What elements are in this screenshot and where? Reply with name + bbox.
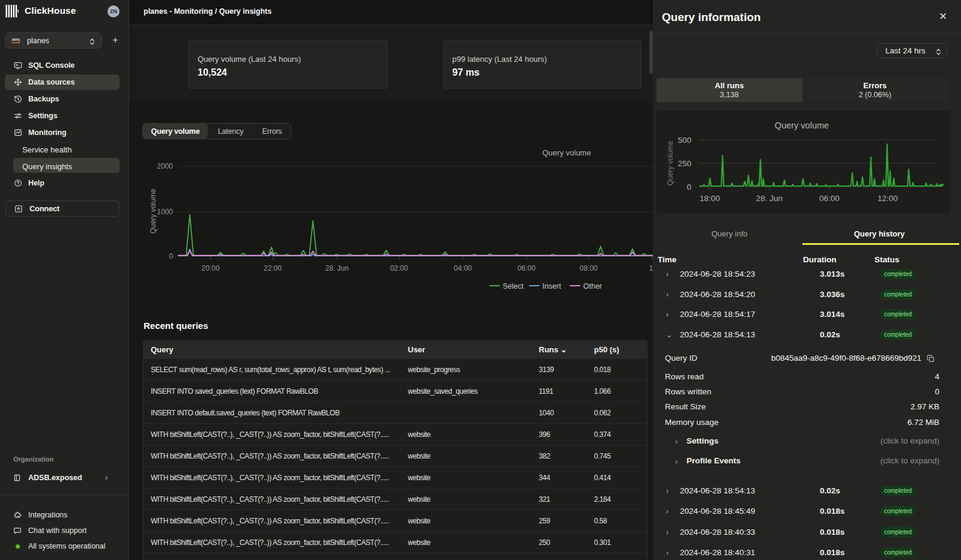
svg-text:28. Jun: 28. Jun xyxy=(756,194,783,203)
svg-text:08:00: 08:00 xyxy=(580,264,598,272)
svg-text:22:00: 22:00 xyxy=(264,264,282,272)
svg-text:Query volume: Query volume xyxy=(542,148,591,157)
svg-text:2000: 2000 xyxy=(157,162,173,170)
svg-text:0: 0 xyxy=(687,182,691,191)
svg-text:Query volume: Query volume xyxy=(666,140,675,185)
svg-text:06:00: 06:00 xyxy=(518,264,536,272)
svg-text:Insert: Insert xyxy=(542,282,562,291)
svg-text:0: 0 xyxy=(169,252,173,260)
svg-text:12:00: 12:00 xyxy=(878,194,898,203)
svg-text:aws: aws xyxy=(12,37,20,41)
svg-text:20:00: 20:00 xyxy=(202,264,220,272)
svg-text:Query volume: Query volume xyxy=(775,121,829,130)
svg-text:Select: Select xyxy=(503,282,524,291)
svg-text:04:00: 04:00 xyxy=(453,264,471,272)
svg-text:1000: 1000 xyxy=(157,208,173,216)
svg-text:250: 250 xyxy=(678,159,691,168)
svg-text:Query volume: Query volume xyxy=(149,188,157,233)
svg-text:02:00: 02:00 xyxy=(390,264,408,272)
svg-text:28. Jun: 28. Jun xyxy=(325,264,348,272)
svg-text:Other: Other xyxy=(583,282,602,291)
svg-text:18:00: 18:00 xyxy=(700,194,720,203)
svg-text:500: 500 xyxy=(678,136,691,145)
svg-text:06:00: 06:00 xyxy=(819,194,840,203)
